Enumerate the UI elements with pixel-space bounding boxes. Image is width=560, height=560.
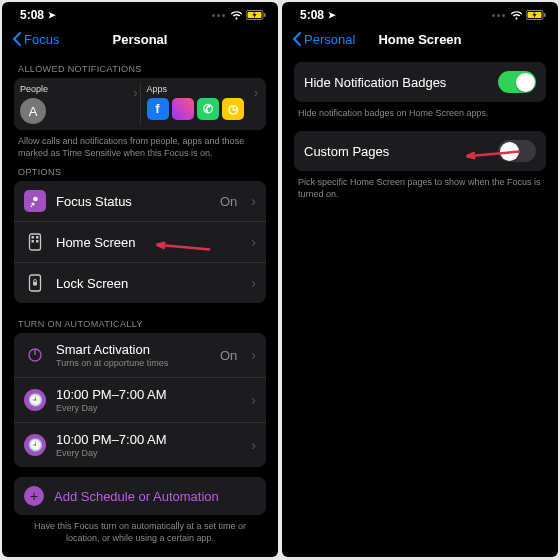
option-label: Home Screen <box>56 235 237 250</box>
allowed-notifications-card: People A › Apps f ✆ ◷ › <box>14 78 266 130</box>
custom-pages-toggle[interactable] <box>498 140 536 162</box>
chevron-right-icon: › <box>254 86 258 100</box>
custom-pages-row: Custom Pages <box>294 131 546 171</box>
chevron-right-icon: › <box>134 86 138 100</box>
chevron-right-icon: › <box>251 347 256 363</box>
phone-left: 5:08 ➤ Focus Personal ALLOWED NOTIFICATI… <box>2 2 278 557</box>
svg-point-3 <box>33 196 38 201</box>
chevron-left-icon <box>12 32 22 46</box>
wifi-icon <box>510 10 523 20</box>
status-time: 5:08 <box>300 8 324 22</box>
allowed-footer: Allow calls and notifications from peopl… <box>18 135 262 159</box>
option-focus-status[interactable]: Focus Status On › <box>14 181 266 222</box>
svg-rect-9 <box>32 240 35 243</box>
options-card: Focus Status On › Home Screen › Lock Scr… <box>14 181 266 303</box>
svg-rect-2 <box>264 13 266 17</box>
page-title: Home Screen <box>378 32 461 47</box>
svg-rect-12 <box>33 282 37 286</box>
back-button[interactable]: Personal <box>292 32 355 47</box>
focus-status-icon <box>24 190 46 212</box>
battery-icon <box>246 10 266 20</box>
schedule-row-2[interactable]: 🕘 10:00 PM–7:00 AM Every Day › <box>14 423 266 467</box>
option-lock-screen[interactable]: Lock Screen › <box>14 263 266 303</box>
app-icons: f ✆ ◷ <box>147 98 261 120</box>
phone-right: 5:08 ➤ Personal Home Screen Hide Notific… <box>282 2 558 557</box>
avatar: A <box>20 98 46 124</box>
auto-footer: Have this Focus turn on automatically at… <box>18 520 262 544</box>
chevron-right-icon: › <box>251 392 256 408</box>
add-schedule-card: + Add Schedule or Automation <box>14 477 266 515</box>
add-schedule-label: Add Schedule or Automation <box>54 489 256 504</box>
svg-point-5 <box>30 205 32 207</box>
hide-badges-toggle[interactable] <box>498 71 536 93</box>
page-title: Personal <box>113 32 168 47</box>
status-bar: 5:08 ➤ <box>2 2 278 24</box>
option-value: On <box>220 194 237 209</box>
lock-screen-icon <box>24 272 46 294</box>
back-label: Personal <box>304 32 355 47</box>
hide-badges-row: Hide Notification Badges <box>294 62 546 102</box>
status-bar: 5:08 ➤ <box>282 2 558 24</box>
plus-icon: + <box>24 486 44 506</box>
hide-badges-label: Hide Notification Badges <box>304 75 488 90</box>
nav-bar: Personal Home Screen <box>282 24 558 56</box>
facebook-icon: f <box>147 98 169 120</box>
schedule-sub: Every Day <box>56 403 237 413</box>
back-button[interactable]: Focus <box>12 32 59 47</box>
smart-value: On <box>220 348 237 363</box>
clock-icon: 🕘 <box>24 389 46 411</box>
schedule-sub: Every Day <box>56 448 237 458</box>
home-screen-icon <box>24 231 46 253</box>
smart-activation-sub: Turns on at opportune times <box>56 358 210 368</box>
location-icon: ➤ <box>328 10 336 20</box>
option-label: Focus Status <box>56 194 210 209</box>
status-time: 5:08 <box>20 8 44 22</box>
section-header-auto: TURN ON AUTOMATICALLY <box>18 319 262 329</box>
option-home-screen[interactable]: Home Screen › <box>14 222 266 263</box>
svg-rect-6 <box>30 234 41 250</box>
custom-pages-label: Custom Pages <box>304 144 488 159</box>
recents-icon <box>489 14 507 17</box>
smart-activation-row[interactable]: Smart Activation Turns on at opportune t… <box>14 333 266 378</box>
location-icon: ➤ <box>48 10 56 20</box>
clock-icon: 🕘 <box>24 434 46 456</box>
chevron-right-icon: › <box>251 275 256 291</box>
recents-icon <box>209 14 227 17</box>
people-label: People <box>20 84 134 94</box>
clock-icon: ◷ <box>222 98 244 120</box>
option-label: Lock Screen <box>56 276 237 291</box>
chevron-right-icon: › <box>251 437 256 453</box>
chevron-left-icon <box>292 32 302 46</box>
chevron-right-icon: › <box>251 234 256 250</box>
svg-rect-17 <box>544 13 546 17</box>
svg-rect-10 <box>36 240 39 243</box>
battery-icon <box>526 10 546 20</box>
schedule-row-1[interactable]: 🕘 10:00 PM–7:00 AM Every Day › <box>14 378 266 423</box>
whatsapp-icon: ✆ <box>197 98 219 120</box>
section-header-options: OPTIONS <box>18 167 262 177</box>
automation-card: Smart Activation Turns on at opportune t… <box>14 333 266 467</box>
people-cell[interactable]: People A › <box>20 84 141 124</box>
svg-point-4 <box>31 202 34 205</box>
svg-rect-8 <box>36 236 39 239</box>
apps-cell[interactable]: Apps f ✆ ◷ › <box>147 84 261 124</box>
apps-label: Apps <box>147 84 261 94</box>
section-header-allowed: ALLOWED NOTIFICATIONS <box>18 64 262 74</box>
hide-badges-footer: Hide notification badges on Home Screen … <box>298 107 542 119</box>
power-icon <box>24 344 46 366</box>
svg-rect-7 <box>32 236 35 239</box>
add-schedule-button[interactable]: + Add Schedule or Automation <box>14 477 266 515</box>
chevron-right-icon: › <box>251 193 256 209</box>
messenger-icon <box>172 98 194 120</box>
wifi-icon <box>230 10 243 20</box>
schedule-label: 10:00 PM–7:00 AM <box>56 432 237 447</box>
smart-activation-label: Smart Activation <box>56 342 210 357</box>
back-label: Focus <box>24 32 59 47</box>
nav-bar: Focus Personal <box>2 24 278 56</box>
schedule-label: 10:00 PM–7:00 AM <box>56 387 237 402</box>
custom-pages-footer: Pick specific Home Screen pages to show … <box>298 176 542 200</box>
